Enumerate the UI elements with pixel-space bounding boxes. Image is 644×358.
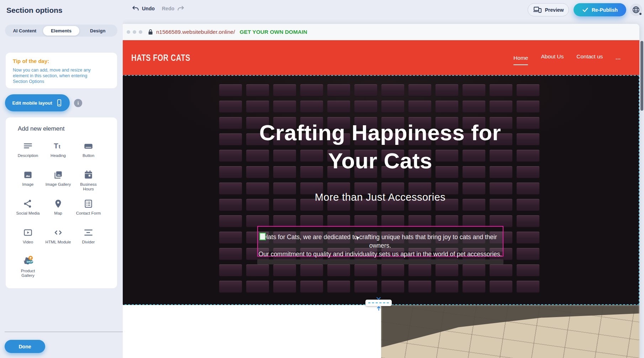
done-button[interactable]: Done bbox=[5, 340, 45, 353]
business-hours-icon bbox=[84, 169, 93, 180]
app-window: Section options AI Content Elements Desi… bbox=[0, 0, 644, 358]
add-element-divider[interactable]: Divider bbox=[73, 227, 104, 256]
description-icon bbox=[23, 140, 33, 152]
add-element-map[interactable]: Map bbox=[43, 198, 73, 227]
nav-about-us[interactable]: About Us bbox=[541, 53, 564, 62]
panel-tabs: AI Content Elements Design bbox=[5, 25, 117, 37]
shop-badge: SHOP bbox=[26, 260, 33, 263]
tip-of-the-day-card: Tip of the day: Now you can add, move an… bbox=[6, 53, 117, 88]
image-gallery-icon bbox=[53, 169, 63, 180]
hero-paragraph[interactable]: Hats for Cats, we are dedicated to craft… bbox=[258, 233, 503, 258]
site-nav: Home About Us Contact us ... bbox=[513, 53, 621, 62]
preview-button[interactable]: Preview bbox=[528, 3, 569, 16]
svg-text:t: t bbox=[59, 144, 60, 149]
add-element-heading: Add new element bbox=[18, 125, 117, 132]
redo-button[interactable]: Redo bbox=[162, 6, 184, 11]
video-icon bbox=[23, 227, 33, 238]
site-logo[interactable]: HATS FOR CATS bbox=[131, 52, 190, 63]
add-element-social-media[interactable]: Social Media bbox=[13, 198, 43, 227]
add-element-image-gallery[interactable]: Image Gallery bbox=[43, 169, 73, 198]
page-title: Section options bbox=[6, 6, 63, 15]
add-element-button[interactable]: Button bbox=[73, 140, 104, 169]
floor-photo bbox=[381, 305, 639, 358]
devices-icon bbox=[533, 6, 542, 13]
arrow-down-icon bbox=[376, 297, 381, 300]
resize-pill[interactable] bbox=[365, 300, 392, 306]
tip-heading: Tip of the day: bbox=[13, 58, 110, 64]
info-icon[interactable]: i bbox=[74, 99, 82, 107]
divider-icon bbox=[84, 227, 93, 238]
element-grid: Description T t Heading bbox=[13, 140, 117, 284]
check-icon bbox=[582, 7, 588, 12]
site-preview-window: n1566589.websitebuilder.online/ GET YOUR… bbox=[121, 24, 639, 358]
get-your-own-domain-link[interactable]: GET YOUR OWN DOMAIN bbox=[239, 29, 307, 35]
nav-home[interactable]: Home bbox=[513, 55, 528, 65]
floor-shadow bbox=[381, 305, 639, 358]
hero-section-selected[interactable]: Crafting Happiness for Your Cats More th… bbox=[121, 75, 639, 305]
tab-design[interactable]: Design bbox=[79, 26, 116, 36]
edit-mobile-layout-label: Edit mobile layout bbox=[12, 100, 52, 106]
add-element-description[interactable]: Description bbox=[13, 140, 43, 169]
section-resize-handle[interactable] bbox=[363, 297, 394, 311]
language-globe-button[interactable] bbox=[630, 4, 642, 16]
add-element-video[interactable]: Video bbox=[13, 227, 43, 256]
contact-form-icon bbox=[84, 198, 93, 209]
hero-paragraph-element-selected[interactable]: Hats for Cats, we are dedicated to craft… bbox=[257, 226, 503, 257]
add-element-contact-form[interactable]: Contact Form bbox=[73, 198, 104, 227]
heading-icon: T t bbox=[53, 140, 63, 152]
map-pin-icon bbox=[53, 198, 63, 209]
add-element-business-hours[interactable]: Business Hours bbox=[73, 169, 104, 198]
section-options-panel: Section options AI Content Elements Desi… bbox=[0, 0, 123, 358]
undo-button[interactable]: Undo bbox=[132, 6, 155, 11]
tab-elements[interactable]: Elements bbox=[43, 26, 80, 36]
republish-button[interactable]: Re-Publish bbox=[574, 3, 626, 16]
edit-mobile-layout-button[interactable]: Edit mobile layout bbox=[5, 94, 70, 111]
nav-more-menu[interactable]: ... bbox=[616, 55, 621, 60]
nav-contact-us[interactable]: Contact us bbox=[576, 53, 603, 62]
svg-text:T: T bbox=[54, 142, 58, 150]
lock-icon bbox=[148, 29, 153, 35]
html-module-icon bbox=[53, 227, 63, 238]
globe-notification-dot bbox=[639, 13, 642, 15]
mouse-cursor bbox=[355, 235, 361, 242]
hero-subtitle[interactable]: More than Just Accessories bbox=[121, 191, 639, 203]
add-element-product-gallery[interactable]: SHOP Product Gallery bbox=[13, 256, 43, 284]
social-media-icon bbox=[23, 198, 33, 209]
button-icon bbox=[84, 140, 93, 152]
globe-icon bbox=[632, 6, 640, 14]
preview-scrollbar-thumb[interactable] bbox=[640, 41, 643, 111]
tab-ai-content[interactable]: AI Content bbox=[6, 26, 43, 36]
panel-divider bbox=[5, 332, 123, 332]
redo-icon bbox=[177, 6, 184, 11]
hero-title[interactable]: Crafting Happiness for Your Cats bbox=[121, 119, 639, 175]
browser-chrome-bar: n1566589.websitebuilder.online/ GET YOUR… bbox=[121, 24, 639, 40]
site-url[interactable]: n1566589.websitebuilder.online/ bbox=[156, 29, 235, 35]
undo-icon bbox=[132, 6, 139, 11]
arrow-up-icon bbox=[376, 306, 381, 311]
add-element-image[interactable]: Image bbox=[13, 169, 43, 198]
add-element-html-module[interactable]: HTML Module bbox=[43, 227, 73, 256]
add-new-element-card: Add new element Description T t bbox=[6, 117, 117, 288]
site-header: HATS FOR CATS Home About Us Contact us .… bbox=[121, 40, 639, 75]
image-icon bbox=[23, 169, 33, 180]
element-ghost-band bbox=[257, 259, 503, 264]
product-gallery-icon: SHOP bbox=[22, 256, 34, 267]
mobile-phone-icon bbox=[56, 99, 62, 107]
add-element-heading[interactable]: T t Heading bbox=[43, 140, 73, 169]
tip-body: Now you can add, move and resize any ele… bbox=[13, 67, 100, 84]
browser-dots bbox=[127, 30, 142, 34]
next-section[interactable] bbox=[121, 305, 639, 358]
